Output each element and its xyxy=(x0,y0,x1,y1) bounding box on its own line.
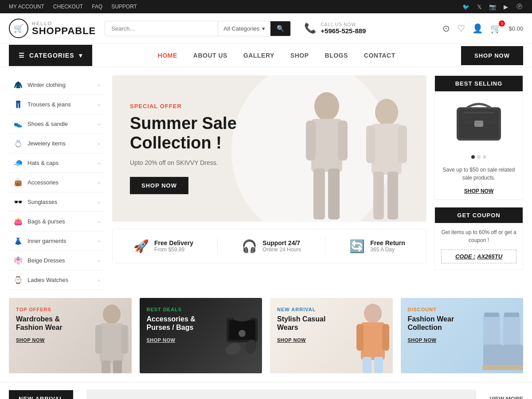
svg-rect-36 xyxy=(374,357,383,373)
dot-1[interactable] xyxy=(471,155,475,159)
feature-support-text: Support 24/7 Online 24 Hours xyxy=(262,239,301,253)
logo[interactable]: 🛒 HELLO SHOPPABLE xyxy=(9,19,96,38)
chevron-right-icon: › xyxy=(98,160,100,166)
compare-icon[interactable]: ⊙ xyxy=(442,23,450,34)
return-icon: 🔄 xyxy=(349,239,365,254)
promo-card-wardrobes: TOP OFFERS Wardrobes &Fashion Wear SHOP … xyxy=(9,298,132,373)
top-bar: MY ACCOUNT CHECKOUT FAQ SUPPORT 🐦 𝕏 📷 ▶ … xyxy=(0,0,532,13)
promo-card-fashion: DISCOUNT Fashion WearCollection SHOP NOW xyxy=(401,298,524,373)
pinterest-icon[interactable]: Ⓟ xyxy=(515,3,523,11)
sidebar-item-jewelry[interactable]: 💍 Jewelery items › xyxy=(9,134,104,153)
coupon-desc: Get items up to 60% off or get a coupon … xyxy=(435,223,523,250)
chevron-right-icon: › xyxy=(98,82,100,88)
nav-blogs[interactable]: BLOGS xyxy=(317,44,356,67)
trousers-icon: 👖 xyxy=(13,100,23,109)
sunglasses-icon: 🕶️ xyxy=(13,198,23,206)
header: 🛒 HELLO SHOPPABLE All Categories ▾ 🔍 📞 C… xyxy=(0,13,532,44)
sidebar-item-beige-dresses[interactable]: 👘 Beige Dresses › xyxy=(9,251,104,270)
search-category-dropdown[interactable]: All Categories ▾ xyxy=(218,21,270,36)
facebook-icon[interactable]: 🐦 xyxy=(462,3,470,11)
chevron-right-icon: › xyxy=(98,278,100,283)
navbar-shop-now-button[interactable]: SHOP NOW xyxy=(461,46,523,65)
sidebar-item-hats[interactable]: 🧢 Hats & caps › xyxy=(9,153,104,173)
promo-content: DISCOUNT Fashion WearCollection SHOP NOW xyxy=(401,298,524,352)
chevron-right-icon: › xyxy=(98,180,100,185)
coupon-code-value[interactable]: AX265TU xyxy=(477,253,502,260)
categories-button[interactable]: ☰ CATEGORIES ▾ xyxy=(9,45,92,66)
sidebar-item-inner-garments[interactable]: 👗 Inner garments › xyxy=(9,231,104,251)
promo-title: Accessories &Purses / Bags xyxy=(147,315,255,332)
view-more-link[interactable]: VIEW MORE xyxy=(489,395,523,399)
instagram-icon[interactable]: 📷 xyxy=(489,3,497,11)
coupon-widget: GET COUPON Get items up to 60% off or ge… xyxy=(434,207,523,270)
new-arrival-label: NEW ARRIVAL xyxy=(9,390,73,399)
feature-return: 🔄 Free Return 365 A Day xyxy=(349,239,405,254)
cart-icon[interactable]: 🛒 0 xyxy=(490,23,501,34)
promo-content: BEST DEALS Accessories &Purses / Bags SH… xyxy=(140,298,262,352)
dot-2[interactable] xyxy=(477,155,481,159)
promo-title: Wardrobes &Fashion Wear xyxy=(16,315,125,332)
topbar-faq[interactable]: FAQ xyxy=(92,4,102,10)
topbar-checkout[interactable]: CHECKOUT xyxy=(53,4,83,10)
hero-shop-now-button[interactable]: SHOP NOW xyxy=(130,177,188,194)
model-figure-2 xyxy=(360,91,413,222)
sidebar-label: Trousers & jeans xyxy=(27,101,71,108)
nav-gallery[interactable]: GALLERY xyxy=(235,44,282,67)
sidebar-item-accessories[interactable]: 👜 Accessories › xyxy=(9,173,104,192)
topbar-myaccount[interactable]: MY ACCOUNT xyxy=(9,4,44,10)
call-label: CALL US NOW xyxy=(321,22,366,27)
header-icons: ⊙ ♡ 👤 🛒 0 $0.00 xyxy=(442,23,523,34)
phone-icon: 📞 xyxy=(304,23,316,34)
sidebar-label: Shoes & sandle xyxy=(27,121,68,127)
nav-shop[interactable]: SHOP xyxy=(282,44,317,67)
sidebar-item-winter-clothing[interactable]: 🧥 Winter clothing › xyxy=(9,75,104,95)
account-icon[interactable]: 👤 xyxy=(472,23,483,34)
logo-icon: 🛒 xyxy=(9,19,28,38)
nav-links: HOME ABOUT US GALLERY SHOP BLOGS CONTACT xyxy=(92,44,461,67)
header-phone: 📞 CALL US NOW +5965-525-889 xyxy=(304,22,366,35)
sidebar-label: Inner garments xyxy=(27,238,66,244)
twitter-icon[interactable]: 𝕏 xyxy=(475,3,483,11)
promo-shop-link[interactable]: SHOP NOW xyxy=(277,337,306,343)
dot-3[interactable] xyxy=(483,155,486,159)
best-selling-title: BEST SELLING xyxy=(435,76,523,91)
sidebar-item-shoes[interactable]: 👟 Shoes & sandle › xyxy=(9,114,104,134)
svg-rect-21 xyxy=(102,360,110,373)
promo-shop-link[interactable]: SHOP NOW xyxy=(147,337,176,343)
svg-rect-4 xyxy=(313,168,325,219)
sidebar-item-ladies-watches[interactable]: ⌚ Ladies Watches › xyxy=(9,270,104,290)
sidebar-item-trousers[interactable]: 👖 Trousers & jeans › xyxy=(9,95,104,114)
search-button[interactable]: 🔍 xyxy=(270,21,290,36)
nav-contact[interactable]: CONTACT xyxy=(356,44,403,67)
top-bar-social: 🐦 𝕏 📷 ▶ Ⓟ xyxy=(462,3,523,11)
sidebar-item-bags[interactable]: 👛 Bags & purses › xyxy=(9,212,104,231)
promo-shop-link[interactable]: SHOP NOW xyxy=(16,337,45,343)
best-selling-widget: BEST SELLING Save up to $50 on sale rela… xyxy=(434,75,523,200)
bag-image xyxy=(450,98,508,147)
hero-models xyxy=(298,80,413,222)
wishlist-icon[interactable]: ♡ xyxy=(457,23,465,34)
hero-area: SPECIAL OFFER Summer Sale Collection ! U… xyxy=(112,75,426,290)
sidebar-label: Jewelery items xyxy=(27,140,66,147)
svg-rect-15 xyxy=(463,112,494,113)
hero-title: Summer Sale Collection ! xyxy=(130,114,237,153)
sidebar-label: Ladies Watches xyxy=(27,277,68,283)
promo-card-accessories: BEST DEALS Accessories &Purses / Bags SH… xyxy=(140,298,262,373)
chevron-right-icon: › xyxy=(98,200,100,205)
svg-rect-8 xyxy=(366,125,375,163)
hero-content: SPECIAL OFFER Summer Sale Collection ! U… xyxy=(112,85,254,211)
topbar-support[interactable]: SUPPORT xyxy=(111,4,137,10)
nav-about[interactable]: ABOUT US xyxy=(185,44,235,67)
promo-shop-link[interactable]: SHOP NOW xyxy=(408,337,437,343)
nav-home[interactable]: HOME xyxy=(150,44,185,67)
svg-rect-10 xyxy=(373,172,384,219)
best-selling-link[interactable]: SHOP NOW xyxy=(435,185,523,200)
sidebar-label: Sunglasses xyxy=(27,199,57,205)
promo-tag: DISCOUNT xyxy=(408,307,516,312)
youtube-icon[interactable]: ▶ xyxy=(502,3,510,11)
svg-rect-9 xyxy=(398,125,407,163)
coupon-title: GET COUPON xyxy=(435,207,523,223)
sidebar-item-sunglasses[interactable]: 🕶️ Sunglasses › xyxy=(9,192,104,212)
phone-text: CALL US NOW +5965-525-889 xyxy=(321,22,366,35)
search-input[interactable] xyxy=(105,21,218,36)
